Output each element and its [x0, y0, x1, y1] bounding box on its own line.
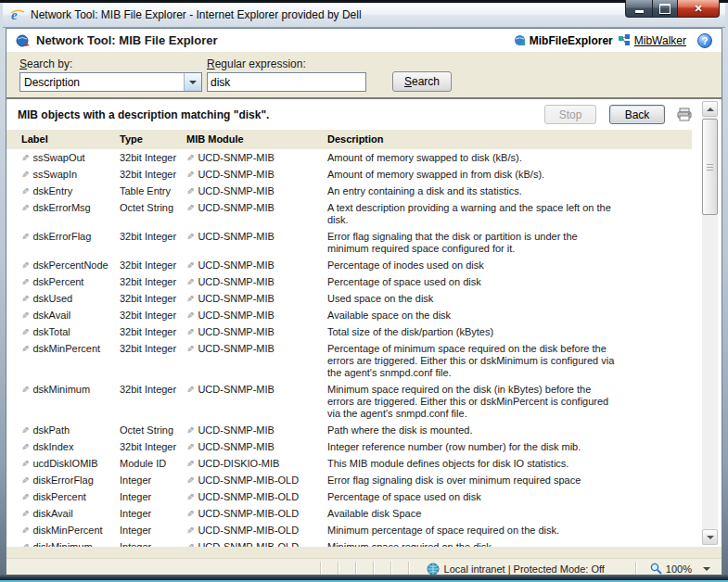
help-icon[interactable]: ?: [697, 33, 712, 48]
pencil-icon: ✎: [186, 508, 194, 520]
app-globe-icon: [16, 33, 31, 48]
table-row[interactable]: ✎dskErrorMsg Octet String ✎UCD-SNMP-MIB …: [6, 199, 692, 228]
table-header-row: Label Type MIB Module Description: [6, 130, 692, 149]
maximize-icon: [659, 4, 671, 14]
cell-description: Path where the disk is mounted.: [327, 424, 617, 436]
vertical-scrollbar[interactable]: [702, 101, 718, 545]
cell-module: ✎UCD-SNMP-MIB: [183, 149, 324, 166]
minimize-button[interactable]: [625, 0, 652, 18]
cell-label-text: diskMinimum: [32, 541, 92, 548]
cell-description-wrap: Minimum space required on the disk (in k…: [324, 381, 692, 422]
table-row[interactable]: ✎ucdDiskIOMIB Module ID ✎UCD-DISKIO-MIB …: [6, 455, 692, 472]
cell-module-text: UCD-SNMP-MIB-OLD: [198, 474, 299, 486]
cell-label: ✎dskEntry: [6, 183, 116, 199]
cell-description-wrap: Minimum percentage of space required on …: [324, 522, 692, 538]
cell-module-text: UCD-SNMP-MIB: [198, 424, 275, 436]
cell-description-wrap: Error flag signaling disk is over minimu…: [324, 472, 692, 488]
cell-label: ✎diskMinPercent: [6, 522, 116, 538]
maximize-button[interactable]: [652, 0, 678, 18]
table-row[interactable]: ✎dskErrorFlag 32bit Integer ✎UCD-SNMP-MI…: [6, 228, 692, 257]
cell-label-text: dskIndex: [32, 441, 73, 452]
pencil-icon: ✎: [21, 474, 29, 487]
results-table: Label Type MIB Module Description ✎ssSwa…: [6, 130, 692, 547]
pencil-icon: ✎: [186, 343, 194, 355]
scrollbar-grip-icon: [707, 164, 713, 171]
security-zone-text: Local intranet | Protected Mode: Off: [444, 563, 605, 575]
cell-type: 32bit Integer: [116, 340, 183, 381]
cell-label-text: dskTotal: [32, 326, 70, 337]
nav-mibfileexplorer[interactable]: MibFileExplorer: [514, 34, 613, 47]
table-row[interactable]: ✎dskMinimum 32bit Integer ✎UCD-SNMP-MIB …: [6, 381, 692, 422]
pencil-icon: ✎: [21, 458, 29, 470]
scroll-up-button[interactable]: [702, 101, 718, 117]
pencil-icon: ✎: [186, 384, 194, 396]
table-row[interactable]: ✎diskPercent Integer ✎UCD-SNMP-MIB-OLD P…: [6, 488, 692, 505]
scroll-down-button[interactable]: [702, 529, 718, 545]
table-row[interactable]: ✎dskUsed 32bit Integer ✎UCD-SNMP-MIB Use…: [6, 290, 692, 307]
table-row[interactable]: ✎dskPercent 32bit Integer ✎UCD-SNMP-MIB …: [6, 273, 692, 290]
cell-description: Error flag signaling disk is over minimu…: [327, 474, 617, 487]
search-by-selected-value: Description: [20, 76, 184, 89]
cell-description-wrap: Total size of the disk/partion (kBytes): [324, 323, 692, 340]
cell-description-wrap: Percentage of minimum space required on …: [324, 340, 692, 381]
combo-dropdown-button[interactable]: [184, 73, 201, 91]
stop-button[interactable]: Stop: [544, 105, 596, 124]
cell-module: ✎UCD-SNMP-MIB: [183, 323, 324, 340]
pencil-icon: ✎: [21, 259, 29, 272]
cell-description-wrap: Amount of memory swapped in from disk (k…: [324, 166, 692, 183]
search-button[interactable]: Search: [392, 71, 452, 92]
close-button[interactable]: ✕: [678, 0, 720, 18]
cell-label-text: diskPercent: [32, 491, 85, 502]
page-background-strip: [6, 547, 722, 558]
table-row[interactable]: ✎ssSwapOut 32bit Integer ✎UCD-SNMP-MIB A…: [6, 149, 692, 166]
column-header-type: Type: [116, 130, 183, 149]
pencil-icon: ✎: [186, 276, 194, 288]
cell-label: ✎dskErrorMsg: [6, 199, 116, 228]
statusbar-separator: [635, 562, 637, 576]
table-row[interactable]: ✎diskAvail Integer ✎UCD-SNMP-MIB-OLD Ava…: [6, 505, 692, 522]
statusbar-separator: [390, 562, 392, 576]
scrollbar-thumb[interactable]: [702, 119, 718, 215]
window-controls: ✕: [625, 0, 720, 18]
cell-label-text: dskPath: [32, 424, 70, 436]
cell-type: 32bit Integer: [116, 381, 183, 422]
cell-description-wrap: This MIB module defines objects for disk…: [324, 455, 692, 472]
pencil-icon: ✎: [186, 326, 194, 338]
cell-label-text: ssSwapIn: [32, 169, 77, 180]
table-row[interactable]: ✎dskPath Octet String ✎UCD-SNMP-MIB Path…: [6, 422, 692, 438]
title-bar[interactable]: e Network Tool: MIB File Explorer - Inte…: [3, 3, 725, 28]
table-row[interactable]: ✎dskEntry Table Entry ✎UCD-SNMP-MIB An e…: [6, 183, 692, 199]
close-icon: ✕: [694, 3, 702, 15]
regex-input[interactable]: [207, 72, 366, 92]
cell-description: Amount of memory swapped to disk (kB/s).: [327, 152, 617, 164]
table-row[interactable]: ✎dskIndex 32bit Integer ✎UCD-SNMP-MIB In…: [6, 438, 692, 455]
cell-description: A text description providing a warning a…: [327, 202, 617, 226]
table-row[interactable]: ✎dskAvail 32bit Integer ✎UCD-SNMP-MIB Av…: [6, 307, 692, 323]
cell-description-wrap: Error flag signaling that the disk or pa…: [324, 228, 692, 257]
nav-mibwalker[interactable]: MibWalker: [619, 34, 686, 47]
zoom-level: 100%: [666, 563, 692, 575]
cell-description: Integer reference number (row number) fo…: [327, 441, 617, 453]
search-by-select[interactable]: Description: [19, 72, 202, 92]
cell-description-wrap: Minimum space required on the disk.: [324, 538, 692, 547]
cell-description: Percentage of minimum space required on …: [327, 343, 617, 379]
table-row[interactable]: ✎diskMinPercent Integer ✎UCD-SNMP-MIB-OL…: [6, 522, 692, 538]
statusbar-separator: [320, 562, 322, 576]
cell-module-text: UCD-SNMP-MIB-OLD: [198, 525, 299, 536]
back-button[interactable]: Back: [609, 105, 665, 124]
table-row[interactable]: ✎dskTotal 32bit Integer ✎UCD-SNMP-MIB To…: [6, 323, 692, 340]
cell-type: Integer: [116, 505, 183, 522]
table-row[interactable]: ✎dskPercentNode 32bit Integer ✎UCD-SNMP-…: [6, 257, 692, 273]
cell-description-wrap: An entry containing a disk and its stati…: [324, 183, 692, 199]
zoom-control[interactable]: 100%: [646, 563, 722, 575]
statusbar-separator: [373, 562, 375, 576]
table-row[interactable]: ✎diskErrorFlag Integer ✎UCD-SNMP-MIB-OLD…: [6, 472, 692, 488]
window-title: Network Tool: MIB File Explorer - Intern…: [31, 8, 362, 21]
cell-module-text: UCD-SNMP-MIB: [198, 343, 275, 354]
nav-mibwalker-label: MibWalker: [634, 34, 686, 47]
print-icon[interactable]: [677, 108, 692, 121]
cell-label: ✎dskMinimum: [6, 381, 116, 422]
table-row[interactable]: ✎dskMinPercent 32bit Integer ✎UCD-SNMP-M…: [6, 340, 692, 381]
table-row[interactable]: ✎ssSwapIn 32bit Integer ✎UCD-SNMP-MIB Am…: [6, 166, 692, 183]
table-row[interactable]: ✎diskMinimum Integer ✎UCD-SNMP-MIB-OLD M…: [6, 538, 692, 547]
